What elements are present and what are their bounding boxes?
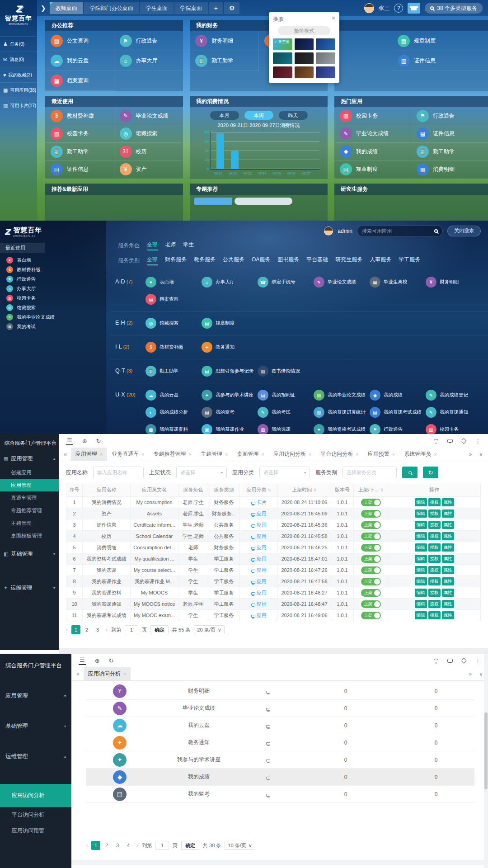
app-tile[interactable]: ⚑ 行政通告 bbox=[114, 31, 183, 51]
filter-option[interactable]: 人事服务 bbox=[370, 256, 391, 265]
filter-option[interactable]: OA服务 bbox=[252, 256, 270, 265]
menu-icon[interactable]: ☰ bbox=[79, 656, 86, 665]
authorize-button[interactable]: 授权 bbox=[428, 555, 441, 563]
filter-option[interactable]: 图书服务 bbox=[277, 256, 299, 265]
filter-option[interactable]: 学工服务 bbox=[399, 256, 420, 265]
recent-item[interactable]: ▤ 我的考试 bbox=[0, 322, 106, 331]
app-tile[interactable]: $ 教材费补缴 bbox=[45, 107, 114, 125]
menu-group[interactable]: 基础管理▾ bbox=[0, 716, 71, 736]
tag-icon[interactable] bbox=[461, 438, 467, 444]
edit-button[interactable]: 编辑 bbox=[415, 589, 427, 597]
edit-button[interactable]: 编辑 bbox=[415, 498, 427, 506]
recent-item[interactable]: $ 教材费补缴 bbox=[0, 265, 106, 274]
workspace-tab[interactable]: 应用管理× bbox=[71, 448, 107, 461]
add-desktop-button[interactable]: + bbox=[209, 2, 223, 14]
page-number[interactable]: 4 bbox=[124, 841, 133, 850]
recent-item[interactable]: ✎ 我的毕业论文成绩 bbox=[0, 312, 106, 322]
submenu-item[interactable]: 专题推荐管理 bbox=[0, 504, 59, 517]
recent-item[interactable]: ⚑ 行政通告 bbox=[0, 274, 106, 284]
app-tile[interactable]: ¥财务明细 bbox=[424, 274, 480, 291]
analysis-row[interactable]: ✦ 教务通知 0 0 bbox=[86, 734, 474, 751]
edit-button[interactable]: 编辑 bbox=[415, 543, 427, 552]
app-tile[interactable]: ▤我的监考 bbox=[200, 404, 256, 421]
publish-toggle[interactable]: 上架 bbox=[361, 510, 381, 518]
page-number[interactable]: 1 bbox=[71, 625, 80, 634]
attribute-button[interactable]: 属性 bbox=[442, 532, 454, 540]
table-row[interactable]: 1 我的消费情况 My consumption 老师,学生 财务服务 卡片 20… bbox=[66, 497, 481, 508]
app-tile[interactable]: ▤ 规章制度 bbox=[392, 31, 488, 51]
app-tile[interactable]: ▤ 公文查询 bbox=[45, 31, 114, 51]
authorize-button[interactable]: 授权 bbox=[428, 611, 441, 619]
more-icon[interactable]: ⋮ bbox=[475, 438, 481, 444]
column-header[interactable]: 应用名称 ⇅ bbox=[83, 483, 131, 497]
globe-icon[interactable]: ⊕ bbox=[82, 438, 87, 444]
authorize-button[interactable]: 授权 bbox=[428, 589, 441, 597]
recent-item[interactable]: ▥ 校园卡务 bbox=[0, 293, 106, 303]
app-tile[interactable]: ⚑ 行政通告 bbox=[411, 107, 488, 125]
close-icon[interactable]: × bbox=[189, 452, 192, 457]
submenu-item[interactable]: 应用管理 bbox=[0, 479, 59, 491]
filter-option[interactable]: 全部 bbox=[147, 241, 158, 250]
class-link[interactable]: 应用 bbox=[240, 576, 278, 587]
filter-option[interactable]: 财务服务 bbox=[165, 256, 187, 265]
attribute-button[interactable]: 属性 bbox=[442, 600, 454, 608]
filter-option[interactable]: 教务服务 bbox=[194, 256, 216, 265]
theme-thumb[interactable] bbox=[316, 66, 335, 78]
confirm-button[interactable]: 确定 bbox=[181, 841, 199, 850]
menu-ops-management[interactable]: ✦ 运维管理▾ bbox=[0, 580, 59, 595]
analysis-row[interactable]: ✎ 毕业论文成绩 0 0 bbox=[86, 700, 474, 717]
filter-option[interactable]: 学生 bbox=[183, 241, 194, 250]
refresh-icon[interactable]: ↻ bbox=[109, 657, 114, 664]
column-header[interactable]: 应用分类 ⇅ bbox=[240, 483, 278, 497]
submenu-item[interactable]: 创建应用 bbox=[0, 466, 59, 479]
sidebar-item[interactable]: ▥ 可用卡片(17) bbox=[0, 98, 37, 113]
expand-arrow-icon[interactable]: ❯ bbox=[41, 5, 46, 12]
authorize-button[interactable]: 授权 bbox=[428, 600, 441, 608]
theme-thumb[interactable] bbox=[316, 38, 335, 50]
scrollbar-thumb[interactable] bbox=[484, 712, 488, 789]
table-row[interactable]: 7 我的选课 My course select... 学生 学工服务 应用 20… bbox=[66, 565, 481, 576]
app-tile[interactable]: ◆我的成绩 bbox=[368, 387, 424, 404]
authorize-button[interactable]: 授权 bbox=[428, 509, 441, 518]
edit-button[interactable]: 编辑 bbox=[415, 566, 427, 574]
topic-thumb[interactable] bbox=[194, 198, 232, 205]
app-tile[interactable]: ◎馆藏搜索 bbox=[144, 315, 200, 332]
app-tile[interactable]: ¥ 资产 bbox=[114, 161, 183, 179]
close-icon[interactable]: × bbox=[392, 452, 395, 457]
authorize-button[interactable]: 授权 bbox=[428, 566, 441, 574]
app-tile[interactable]: ⌛ 勤工助学 bbox=[45, 143, 114, 161]
filter-option[interactable]: 全部 bbox=[147, 256, 158, 265]
workspace-tab[interactable]: 专题推荐管理× bbox=[149, 448, 196, 461]
analysis-row[interactable]: ¥ 财务明细 0 0 bbox=[86, 683, 474, 700]
publish-toggle[interactable]: 上架 bbox=[361, 521, 381, 529]
publish-toggle[interactable]: 上架 bbox=[361, 533, 381, 540]
app-tile[interactable]: ▤我的报到证 bbox=[256, 387, 312, 404]
publish-toggle[interactable]: 上架 bbox=[361, 589, 381, 597]
table-row[interactable]: 2 资产 Assets 老师,学生 财务服务... 应用 2020-08-21 … bbox=[66, 508, 481, 519]
class-select[interactable]: 请选择▾ bbox=[259, 467, 310, 478]
collapse-right-icon[interactable]: » bbox=[466, 451, 475, 458]
class-link[interactable]: 应用 bbox=[240, 508, 278, 519]
attribute-button[interactable]: 属性 bbox=[442, 509, 454, 518]
publish-toggle[interactable]: 上架 bbox=[361, 612, 381, 619]
consumption-detail-button[interactable]: 查看消费详情 bbox=[237, 179, 281, 179]
skin-icon[interactable] bbox=[408, 3, 420, 14]
attribute-button[interactable]: 属性 bbox=[442, 566, 454, 574]
help-icon[interactable]: ? bbox=[394, 4, 403, 13]
page-number[interactable]: 3 bbox=[93, 625, 102, 634]
table-row[interactable]: 5 消费明细 Consumption det... 老师 财务服务 应用 202… bbox=[66, 542, 481, 553]
next-page-icon[interactable]: › bbox=[106, 627, 108, 633]
search-button[interactable] bbox=[402, 467, 418, 478]
message-icon[interactable] bbox=[447, 659, 453, 663]
tag-icon[interactable] bbox=[461, 658, 467, 664]
desktop-tab[interactable]: 学院部门办公桌面 bbox=[84, 2, 139, 14]
menu-app-management[interactable]: ▦ 应用管理▴ bbox=[0, 451, 59, 466]
close-icon[interactable]: × bbox=[141, 452, 144, 457]
workspace-tab[interactable]: 桌面管理× bbox=[232, 448, 268, 461]
edit-button[interactable]: 编辑 bbox=[415, 555, 427, 563]
app-tile[interactable]: ▤档案查询 bbox=[144, 291, 200, 308]
app-tile[interactable]: ✎ 毕业论文成绩 bbox=[114, 107, 183, 125]
gear-icon[interactable]: ⚙ bbox=[224, 2, 240, 14]
column-header[interactable]: 服务角色 ⇅ bbox=[178, 483, 208, 497]
table-row[interactable]: 4 校历 School Calendar 学生,老师 公共服务 应用 2020-… bbox=[66, 531, 481, 542]
